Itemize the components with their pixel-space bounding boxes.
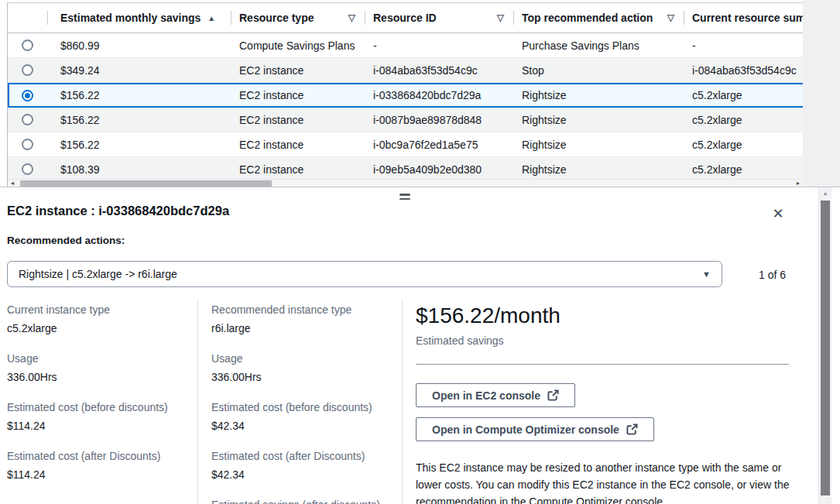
open-ec2-console-button[interactable]: Open in EC2 console bbox=[416, 383, 575, 407]
recommendation-description: This EC2 instance may be resized to anot… bbox=[416, 459, 803, 504]
current-column: Current instance typec5.2xlargeUsage336.… bbox=[7, 303, 191, 499]
savings-caption: Estimated savings bbox=[416, 334, 789, 347]
split-panel-drag-handle-icon[interactable] bbox=[399, 194, 410, 202]
table-cell: c5.2xlarge bbox=[684, 139, 803, 151]
split-panel: EC2 instance : i-033868420bdc7d29a ✕ Rec… bbox=[0, 187, 840, 504]
button-label: Open in Compute Optimizer console bbox=[432, 423, 619, 436]
scroll-up-icon[interactable]: ▲ bbox=[819, 187, 831, 199]
table-cell: Rightsize bbox=[513, 89, 684, 101]
field-label: Estimated savings (after discounts) bbox=[211, 499, 396, 504]
horizontal-scrollbar[interactable]: ◄ ► bbox=[8, 179, 803, 187]
vertical-scrollbar-thumb[interactable] bbox=[821, 201, 830, 495]
table-cell: Stop bbox=[513, 64, 684, 77]
field-value: c5.2xlarge bbox=[7, 322, 191, 334]
table-cell: i-09eb5a409b2e0d380 bbox=[365, 163, 513, 176]
column-divider bbox=[402, 300, 403, 504]
table-cell: i-084aba63f53d54c9c bbox=[684, 64, 803, 77]
table-cell: c5.2xlarge bbox=[684, 163, 803, 176]
open-compute-optimizer-console-button[interactable]: Open in Compute Optimizer console bbox=[416, 417, 654, 441]
field-label: Recommended instance type bbox=[211, 303, 396, 316]
column-label: Estimated monthly savings bbox=[60, 12, 201, 24]
row-select-radio[interactable] bbox=[22, 114, 33, 125]
column-header-current-resource-summary[interactable]: Current resource summary bbox=[684, 3, 803, 33]
row-select-radio[interactable] bbox=[22, 163, 33, 175]
filter-icon[interactable]: ▽ bbox=[348, 12, 355, 23]
radio-cell bbox=[8, 114, 47, 125]
horizontal-scrollbar-thumb[interactable] bbox=[20, 180, 272, 187]
table-row[interactable]: $156.22EC2 instancei-033868420bdc7d29aRi… bbox=[8, 83, 803, 108]
field-value: $42.34 bbox=[211, 468, 396, 481]
panel-title: EC2 instance : i-033868420bdc7d29a bbox=[7, 204, 229, 218]
table-row[interactable]: $156.22EC2 instancei-0bc9a76f2ed1a5e75Ri… bbox=[8, 132, 803, 157]
filter-icon[interactable]: ▽ bbox=[497, 12, 504, 23]
radio-cell bbox=[8, 139, 47, 150]
recommended-action-select[interactable]: Rightsize | c5.2xlarge -> r6i.large ▼ bbox=[7, 261, 722, 287]
table-cell: i-0087b9ae89878d848 bbox=[365, 114, 513, 126]
field: Estimated cost (before discounts)$114.24 bbox=[7, 401, 191, 432]
select-column-header bbox=[8, 3, 47, 33]
table-cell: Purchase Savings Plans bbox=[513, 39, 684, 52]
table-cell: Compute Savings Plans bbox=[231, 39, 365, 52]
table-cell: Rightsize bbox=[513, 139, 684, 151]
savings-section: $156.22/month Estimated savings Open in … bbox=[416, 303, 789, 504]
field-value: $114.24 bbox=[7, 420, 191, 432]
column-header-top-recommended-action[interactable]: Top recommended action ▽ bbox=[513, 3, 684, 33]
external-link-icon bbox=[547, 389, 559, 401]
button-label: Open in EC2 console bbox=[432, 389, 540, 402]
section-divider bbox=[416, 364, 789, 365]
table-row[interactable]: $860.99Compute Savings Plans-Purchase Sa… bbox=[8, 33, 803, 58]
row-select-radio[interactable] bbox=[22, 90, 33, 101]
column-label: Top recommended action bbox=[522, 12, 653, 24]
field-label: Usage bbox=[7, 352, 191, 365]
field: Usage336.00Hrs bbox=[7, 352, 191, 383]
table-cell: c5.2xlarge bbox=[684, 89, 803, 101]
table-cell: $156.22 bbox=[47, 114, 231, 126]
table-row[interactable]: $156.22EC2 instancei-0087b9ae89878d848Ri… bbox=[8, 108, 803, 132]
column-header-resource-id[interactable]: Resource ID ▽ bbox=[365, 3, 513, 33]
field-value: r6i.large bbox=[211, 322, 396, 334]
page-background-gutter bbox=[803, 0, 840, 187]
table-cell: $156.22 bbox=[47, 89, 231, 101]
scroll-left-icon[interactable]: ◄ bbox=[8, 180, 17, 187]
column-divider bbox=[197, 300, 198, 504]
close-icon[interactable]: ✕ bbox=[770, 205, 787, 222]
table-header: Estimated monthly savings ▲ Resource typ… bbox=[8, 3, 803, 33]
table-cell: EC2 instance bbox=[231, 64, 365, 77]
external-link-icon bbox=[626, 423, 638, 435]
table-cell: c5.2xlarge bbox=[684, 114, 803, 126]
recommendations-table: Estimated monthly savings ▲ Resource typ… bbox=[7, 2, 803, 187]
filter-icon[interactable]: ▽ bbox=[667, 12, 674, 23]
recommended-column: Recommended instance typer6i.largeUsage3… bbox=[211, 303, 396, 504]
table-cell: i-033868420bdc7d29a bbox=[365, 89, 513, 101]
table-cell: i-084aba63f53d54c9c bbox=[365, 64, 513, 77]
table-cell: EC2 instance bbox=[231, 89, 365, 101]
radio-cell bbox=[8, 90, 47, 101]
row-select-radio[interactable] bbox=[22, 64, 33, 76]
field: Estimated cost (before discounts)$42.34 bbox=[211, 401, 396, 432]
table-row[interactable]: $349.24EC2 instancei-084aba63f53d54c9cSt… bbox=[8, 58, 803, 83]
row-select-radio[interactable] bbox=[22, 39, 33, 51]
field: Estimated cost (after Discounts)$114.24 bbox=[7, 450, 191, 481]
field-value: 336.00Hrs bbox=[7, 371, 191, 383]
table-cell: i-0bc9a76f2ed1a5e75 bbox=[365, 139, 513, 151]
field: Usage336.00Hrs bbox=[211, 352, 396, 383]
column-header-estimated-monthly-savings[interactable]: Estimated monthly savings ▲ bbox=[47, 3, 231, 33]
recommended-actions-label: Recommended actions: bbox=[7, 235, 125, 246]
radio-cell bbox=[8, 163, 47, 175]
row-select-radio[interactable] bbox=[22, 139, 33, 150]
table-cell: - bbox=[684, 39, 803, 52]
caret-down-icon: ▼ bbox=[702, 269, 711, 279]
radio-cell bbox=[8, 64, 47, 76]
table-cell: $108.39 bbox=[47, 163, 231, 176]
field-label: Current instance type bbox=[7, 303, 191, 316]
table-cell: $860.99 bbox=[47, 39, 231, 52]
vertical-scrollbar[interactable]: ▲ bbox=[818, 187, 831, 504]
table-cell: EC2 instance bbox=[231, 163, 365, 176]
field-value: $114.24 bbox=[7, 468, 191, 481]
column-label: Current resource summary bbox=[692, 12, 803, 24]
table-body: $860.99Compute Savings Plans-Purchase Sa… bbox=[8, 33, 803, 182]
sort-ascending-icon[interactable]: ▲ bbox=[207, 14, 215, 22]
scroll-right-icon[interactable]: ► bbox=[794, 180, 803, 187]
field-label: Usage bbox=[211, 352, 396, 365]
column-header-resource-type[interactable]: Resource type ▽ bbox=[231, 3, 365, 33]
